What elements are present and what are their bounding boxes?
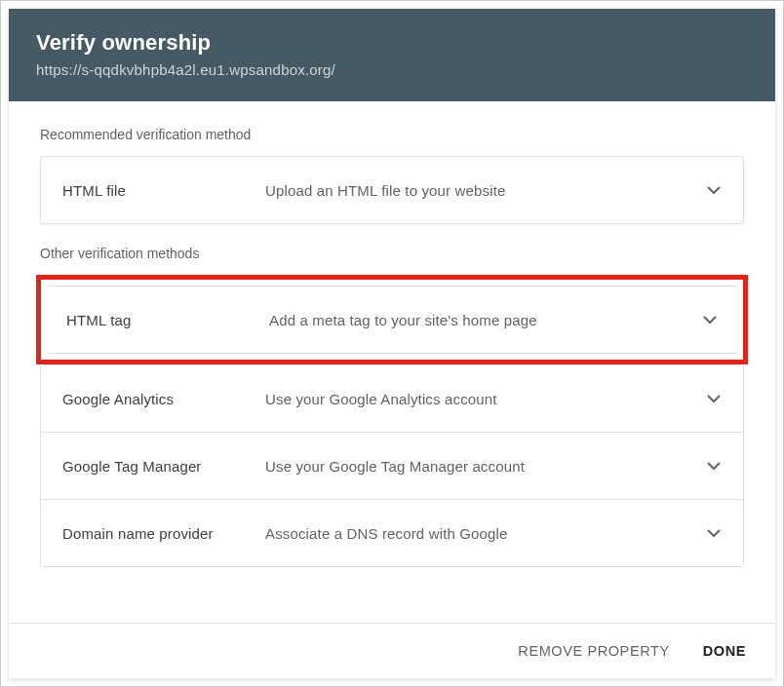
method-description: Upload an HTML file to your website xyxy=(265,182,702,199)
method-name: HTML tag xyxy=(66,312,269,328)
chevron-down-icon xyxy=(702,521,725,545)
method-name: Domain name provider xyxy=(62,525,265,542)
method-description: Add a meta tag to your site's home page xyxy=(269,312,698,328)
method-name: HTML file xyxy=(62,182,265,199)
method-domain-name-provider[interactable]: Domain name provider Associate a DNS rec… xyxy=(40,500,744,567)
verify-ownership-dialog: Verify ownership https://s-qqdkvbhpb4a2l… xyxy=(9,9,775,678)
method-description: Use your Google Tag Manager account xyxy=(265,458,702,475)
method-description: Associate a DNS record with Google xyxy=(265,525,702,542)
method-name: Google Analytics xyxy=(62,391,265,407)
chevron-down-icon xyxy=(702,178,725,202)
method-google-analytics[interactable]: Google Analytics Use your Google Analyti… xyxy=(40,364,744,433)
dialog-footer: REMOVE PROPERTY DONE xyxy=(9,623,775,678)
done-button[interactable]: DONE xyxy=(699,637,750,665)
other-section-label: Other verification methods xyxy=(40,246,744,261)
property-url: https://s-qqdkvbhpb4a2l.eu1.wpsandbox.or… xyxy=(36,61,748,78)
remove-property-button[interactable]: REMOVE PROPERTY xyxy=(514,637,673,665)
method-html-file[interactable]: HTML file Upload an HTML file to your we… xyxy=(40,156,744,224)
recommended-section-label: Recommended verification method xyxy=(40,127,744,142)
method-google-tag-manager[interactable]: Google Tag Manager Use your Google Tag M… xyxy=(40,433,744,500)
chevron-down-icon xyxy=(702,454,725,477)
method-description: Use your Google Analytics account xyxy=(265,391,702,407)
other-methods-list: Google Analytics Use your Google Analyti… xyxy=(40,364,744,567)
method-name: Google Tag Manager xyxy=(62,458,265,475)
chevron-down-icon xyxy=(702,387,725,410)
highlighted-method-outline: HTML tag Add a meta tag to your site's h… xyxy=(36,275,748,364)
method-html-tag[interactable]: HTML tag Add a meta tag to your site's h… xyxy=(45,286,739,354)
dialog-header: Verify ownership https://s-qqdkvbhpb4a2l… xyxy=(9,9,775,101)
dialog-body: Recommended verification method HTML fil… xyxy=(9,101,775,623)
dialog-title: Verify ownership xyxy=(36,30,748,56)
chevron-down-icon xyxy=(698,308,722,331)
